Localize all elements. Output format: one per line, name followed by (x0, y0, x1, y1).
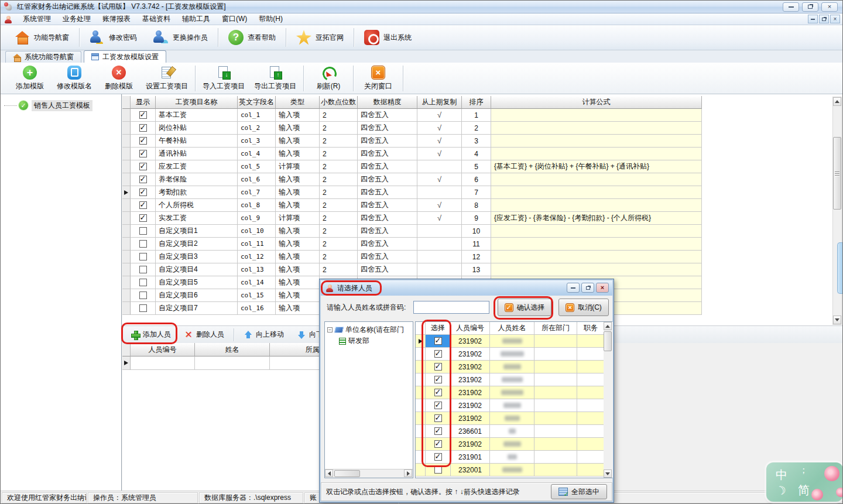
salary-grid-row[interactable]: 自定义项目2col_11输入项2四舍五入11 (122, 238, 702, 251)
select-checkbox[interactable] (434, 466, 442, 474)
scroll-down-button[interactable] (604, 469, 612, 478)
show-checkbox-cell[interactable] (131, 302, 156, 315)
select-checkbox[interactable] (434, 376, 442, 383)
tree-item-dept-rnd[interactable]: 研发部 (325, 335, 413, 347)
show-checkbox[interactable] (139, 188, 147, 196)
salary-grid-row[interactable]: 基本工资col_1输入项2四舍五入√1 (122, 109, 702, 122)
show-checkbox-cell[interactable] (131, 148, 156, 160)
mdi-minimize-button[interactable] (808, 15, 818, 23)
person-select-row[interactable]: 231902 (416, 348, 612, 361)
salary-grid-row[interactable]: 自定义项目1col_10输入项2四舍五入10 (122, 225, 702, 238)
column-header[interactable]: 英文字段名 (238, 96, 276, 109)
show-checkbox[interactable] (139, 266, 147, 273)
show-checkbox[interactable] (139, 163, 147, 170)
salary-grid-row[interactable]: 养老保险col_6输入项2四舍五入√6 (122, 173, 702, 186)
select-checkbox-cell[interactable] (426, 386, 451, 399)
select-all-button[interactable]: 全部选中 (551, 484, 607, 499)
show-checkbox[interactable] (139, 124, 147, 132)
tab-salary-template-settings[interactable]: 工资发放模版设置 (84, 50, 166, 63)
show-checkbox-cell[interactable] (131, 225, 156, 238)
person-select-row[interactable]: 231902 (416, 399, 612, 412)
dialog-close-button[interactable]: × (596, 283, 609, 293)
menu-item[interactable]: 帮助(H) (253, 14, 289, 25)
show-checkbox-cell[interactable] (131, 263, 156, 276)
select-checkbox[interactable] (434, 363, 442, 371)
toolbar-button[interactable]: 更换操作员 (145, 27, 216, 48)
column-header[interactable]: 数据精度 (358, 96, 417, 109)
show-checkbox-cell[interactable] (131, 238, 156, 251)
show-checkbox-cell[interactable] (131, 199, 156, 212)
show-checkbox[interactable] (139, 253, 147, 260)
select-checkbox-cell[interactable] (426, 412, 451, 425)
show-checkbox[interactable] (139, 227, 147, 235)
toolbar-button[interactable]: 退出系统 (356, 27, 420, 48)
toolbar-button[interactable]: 刷新(R) (306, 64, 351, 93)
show-checkbox-cell[interactable] (131, 251, 156, 263)
menu-item[interactable]: 辅助工具 (176, 14, 216, 25)
toolbar-button[interactable]: 亚拓官网 (288, 27, 352, 48)
column-header[interactable]: 从上期复制 (417, 96, 462, 109)
show-checkbox-cell[interactable] (131, 276, 156, 289)
scroll-down-button[interactable] (833, 316, 841, 324)
person-search-input[interactable] (413, 301, 489, 314)
salary-grid-row[interactable]: 个人所得税col_8输入项2四舍五入√8 (122, 199, 702, 212)
salary-grid-row[interactable]: 午餐补贴col_3输入项2四舍五入√3 (122, 135, 702, 148)
select-checkbox-cell[interactable] (426, 361, 451, 373)
minimize-button[interactable] (783, 2, 799, 12)
show-checkbox[interactable] (139, 150, 147, 157)
salary-grid-row[interactable]: 应发工资col_5计算项2四舍五入5{基本工资} + {岗位补贴} + {午餐补… (122, 160, 702, 173)
input-method-badge[interactable]: 中 ； ☽ 简 (766, 462, 843, 502)
show-checkbox[interactable] (139, 176, 147, 183)
toolbar-button[interactable]: ×关闭窗口 (356, 64, 400, 93)
toolbar-button[interactable]: 导出工资项目 (249, 64, 301, 93)
show-checkbox-cell[interactable] (131, 289, 156, 302)
toolbar-button[interactable]: ?查看帮助 (220, 27, 284, 48)
toolbar-button[interactable]: 导入工资项目 (198, 64, 249, 93)
person-toolbar-button[interactable]: 添加人员 (127, 328, 174, 341)
dialog-minimize-button[interactable] (567, 283, 580, 293)
close-button[interactable]: × (821, 2, 838, 12)
person-toolbar-button[interactable]: ✕删除人员 (180, 328, 228, 341)
select-checkbox-cell[interactable] (426, 373, 451, 386)
show-checkbox-cell[interactable] (131, 122, 156, 135)
show-checkbox-cell[interactable] (131, 186, 156, 199)
dialog-restore-button[interactable] (581, 283, 594, 293)
toolbar-button[interactable]: ×删除模版 (97, 64, 141, 93)
scroll-thumb[interactable] (334, 470, 360, 477)
select-checkbox[interactable] (434, 402, 442, 409)
select-checkbox[interactable] (434, 389, 442, 396)
select-checkbox[interactable] (434, 414, 442, 422)
salary-grid-row[interactable]: 考勤扣款col_7输入项2四舍五入7 (122, 186, 702, 199)
show-checkbox[interactable] (139, 137, 147, 145)
menu-item[interactable]: 基础资料 (136, 14, 176, 25)
select-checkbox-cell[interactable] (426, 425, 451, 438)
confirm-select-button[interactable]: ✓ 确认选择 (498, 299, 551, 316)
column-header[interactable]: 显示 (131, 96, 156, 109)
restore-button[interactable] (802, 2, 818, 12)
person-select-row[interactable]: 236601 (416, 425, 612, 438)
select-checkbox-cell[interactable] (426, 438, 451, 451)
person-select-row[interactable]: 231901 (416, 451, 612, 464)
column-header[interactable]: 人员姓名 (490, 322, 534, 335)
scroll-thumb[interactable] (833, 137, 841, 210)
show-checkbox[interactable] (139, 214, 147, 222)
toolbar-button[interactable]: 修改模版名 (52, 64, 97, 93)
menu-item[interactable]: 窗口(W) (216, 14, 253, 25)
person-select-row[interactable]: 231902 (416, 361, 612, 373)
scroll-up-button[interactable] (604, 322, 612, 330)
menu-item[interactable]: 业务处理 (57, 14, 97, 25)
person-select-row[interactable]: 232001 (416, 464, 612, 476)
menu-item[interactable]: 系统管理 (17, 14, 57, 25)
toolbar-button[interactable]: 修改密码 (81, 27, 145, 48)
show-checkbox[interactable] (139, 111, 147, 119)
show-checkbox[interactable] (139, 201, 147, 209)
column-header[interactable]: 类型 (276, 96, 320, 109)
select-checkbox-cell[interactable] (426, 399, 451, 412)
mdi-close-button[interactable]: × (830, 15, 840, 23)
cancel-button[interactable]: × 取消(C) (558, 299, 609, 316)
column-header[interactable]: 排序 (462, 96, 491, 109)
salary-grid-row[interactable]: 实发工资col_9计算项2四舍五入√9{应发工资} - {养老保险} - {考勤… (122, 212, 702, 225)
person-toolbar-button[interactable]: 向上移动 (240, 328, 287, 341)
select-checkbox-cell[interactable] (426, 464, 451, 476)
show-checkbox-cell[interactable] (131, 109, 156, 122)
